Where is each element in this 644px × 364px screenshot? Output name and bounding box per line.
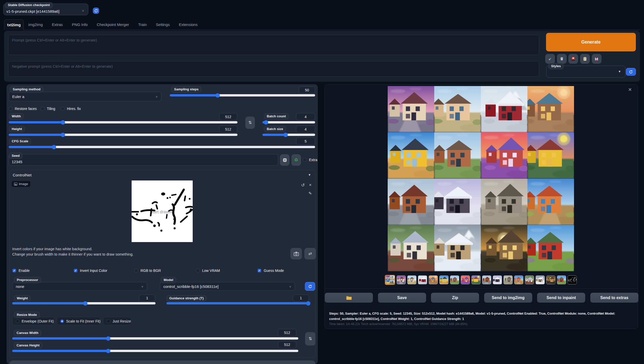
tab-extensions[interactable]: Extensions — [174, 19, 202, 30]
tab-train[interactable]: Train — [134, 19, 151, 30]
canvas-width-slider[interactable] — [12, 337, 298, 340]
thumbnail-15[interactable] — [546, 275, 555, 284]
slider-knob[interactable] — [106, 336, 110, 341]
open-folder-button[interactable] — [325, 293, 373, 303]
canvas-width-value[interactable]: 512 — [278, 329, 296, 337]
checkbox-box[interactable]: ✓ — [12, 269, 16, 272]
checkbox-hires-fix[interactable]: Hires. fix — [61, 107, 81, 111]
checkpoint-selector[interactable]: Stable Diffusion checkpoint v1-5-pruned.… — [3, 4, 88, 15]
sampling-method-select[interactable]: Euler a∨ — [9, 92, 161, 101]
reuse-seed-button[interactable]: ♻ — [291, 154, 301, 166]
undo-icon[interactable]: ↺ — [301, 183, 305, 188]
thumbnail-7[interactable] — [461, 275, 470, 284]
styles-refresh-button[interactable] — [626, 68, 636, 76]
gallery-image-7[interactable] — [481, 132, 527, 179]
checkpoint-refresh-button[interactable] — [93, 8, 99, 14]
seed-input[interactable]: 12345 — [9, 154, 278, 166]
gallery-image-5[interactable] — [388, 132, 434, 179]
send-to-extras-button[interactable]: Send to extras — [590, 293, 638, 303]
slider-knob[interactable] — [284, 133, 288, 137]
slider-knob[interactable] — [52, 145, 56, 149]
thumbnail-controlnet-scribble[interactable] — [568, 275, 577, 284]
slider-knob[interactable] — [306, 301, 311, 305]
zip-button[interactable]: Zip — [431, 293, 479, 303]
gallery-close-icon[interactable]: × — [628, 87, 632, 93]
guidance-value[interactable]: 1 — [293, 295, 309, 302]
width-slider[interactable] — [9, 121, 237, 123]
send-to-inpaint-button[interactable]: Send to inpaint — [537, 293, 585, 303]
send-to-img2img-button[interactable]: Send to img2img — [484, 293, 532, 303]
radio-just-resize[interactable]: Just Resize — [103, 317, 131, 325]
script-section-bar[interactable] — [9, 360, 315, 364]
model-select[interactable]: control_scribble-fp16 [c508311e]∨ — [160, 282, 295, 291]
batch-count-slider[interactable] — [262, 121, 315, 123]
trash-button[interactable] — [557, 54, 567, 64]
gallery-image-13[interactable] — [388, 225, 434, 271]
checkbox-box[interactable]: ✓ — [74, 269, 77, 272]
gallery-image-16[interactable] — [527, 225, 574, 271]
thumbnail-11[interactable] — [503, 275, 513, 284]
tab-settings[interactable]: Settings — [151, 19, 174, 30]
radio-dot[interactable] — [60, 319, 64, 323]
thumbnail-12[interactable] — [514, 275, 523, 284]
random-seed-button[interactable] — [280, 154, 289, 166]
cfg-scale-slider[interactable] — [9, 146, 315, 148]
thumbnail-2[interactable] — [407, 275, 416, 284]
tab-txt2img[interactable]: txt2img — [4, 19, 24, 30]
gallery-image-15[interactable] — [481, 225, 527, 271]
sampling-steps-value[interactable]: 50 — [299, 86, 315, 94]
guidance-slider[interactable] — [166, 302, 309, 304]
gallery-image-6[interactable] — [434, 132, 481, 179]
thumbnail-4[interactable] — [429, 275, 438, 284]
slider-knob[interactable] — [61, 133, 65, 137]
negative-prompt-input[interactable]: Negative prompt (press Ctrl+Enter or Alt… — [8, 61, 539, 77]
slider-knob[interactable] — [264, 120, 268, 124]
checkbox-rgb-to-bgr[interactable]: RGB to BGR — [134, 269, 161, 273]
gallery-image-12[interactable] — [527, 179, 574, 225]
collapse-icon[interactable]: ▼ — [308, 173, 311, 177]
checkbox-box[interactable] — [41, 107, 44, 110]
webcam-button[interactable] — [290, 248, 302, 259]
batch-size-value[interactable]: 4 — [296, 125, 315, 133]
radio-envelope-outer-fit[interactable]: Envelope (Outer Fit) — [12, 317, 54, 325]
thumbnail-6[interactable] — [450, 275, 459, 284]
image-tab-chip[interactable]: Image — [12, 181, 30, 187]
tab-checkpoint-merger[interactable]: Checkpoint Merger — [92, 19, 134, 30]
checkbox-box[interactable] — [134, 269, 138, 272]
checkbox-tiling[interactable]: Tiling — [41, 107, 55, 111]
slider-knob[interactable] — [106, 349, 110, 353]
batch-count-value[interactable]: 4 — [296, 113, 315, 120]
controlnet-title[interactable]: ControlNet — [13, 173, 32, 177]
thumbnail-16[interactable] — [557, 275, 566, 284]
checkbox-extra[interactable]: Extra — [303, 158, 317, 162]
extra-networks-button[interactable] — [568, 54, 578, 64]
thumbnail-3[interactable] — [418, 275, 427, 284]
radio-dot[interactable] — [107, 319, 110, 323]
radio-dot[interactable] — [16, 319, 19, 323]
checkbox-restore-faces[interactable]: Restore faces — [9, 107, 37, 111]
generate-button[interactable]: Generate — [546, 33, 636, 51]
slider-knob[interactable] — [216, 93, 220, 97]
canvas-height-slider[interactable] — [12, 350, 298, 352]
radio-scale-to-fit-inner-fit[interactable]: Scale to Fit (Inner Fit) — [57, 317, 101, 325]
weight-slider[interactable] — [12, 302, 156, 304]
thumbnail-grid[interactable] — [385, 275, 395, 285]
styles-dropdown[interactable]: Styles ▼ — [546, 66, 625, 78]
gallery-image-1[interactable] — [388, 86, 434, 132]
canvas-height-value[interactable]: 512 — [278, 341, 296, 348]
checkbox-box[interactable]: ✓ — [258, 269, 261, 272]
weight-value[interactable]: 1 — [139, 295, 155, 302]
gallery-image-10[interactable] — [434, 179, 481, 225]
thumbnail-10[interactable] — [493, 275, 502, 284]
preprocessor-select[interactable]: none∨ — [12, 282, 147, 291]
checkbox-guess-mode[interactable]: ✓Guess Mode — [258, 269, 284, 273]
checkbox-box[interactable] — [9, 107, 12, 110]
tab-extras[interactable]: Extras — [47, 19, 67, 30]
gallery-image-3[interactable] — [481, 86, 527, 132]
gallery-image-4[interactable] — [527, 86, 574, 132]
checkbox-invert-input-color[interactable]: ✓Invert Input Color — [74, 269, 107, 273]
checkbox-enable[interactable]: ✓Enable — [12, 269, 30, 273]
tab-img2img[interactable]: img2img — [24, 19, 47, 30]
slider-knob[interactable] — [61, 120, 65, 124]
gallery-image-14[interactable] — [434, 225, 481, 271]
